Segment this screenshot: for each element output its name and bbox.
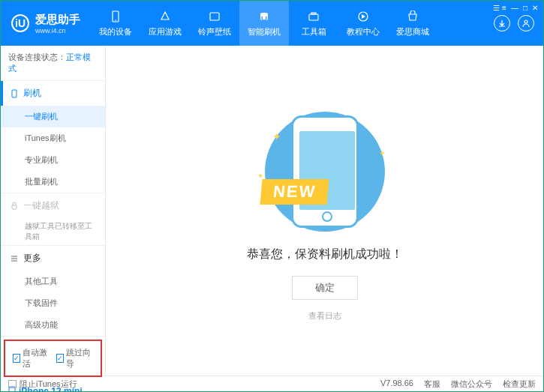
apps-icon xyxy=(158,10,172,23)
logo-area: iU 爱思助手 www.i4.cn xyxy=(1,13,91,34)
sidebar: 设备连接状态：正常模式 刷机 一键刷机 iTunes刷机 专业刷机 批量刷机 一… xyxy=(1,46,106,376)
nav-smart-flash[interactable]: 智能刷机 xyxy=(239,1,289,46)
nav-apps[interactable]: 应用游戏 xyxy=(140,1,190,46)
app-header: ☰ ≡ — □ ✕ iU 爱思助手 www.i4.cn 我的设备 应用游戏 xyxy=(1,1,543,46)
link-update[interactable]: 检查更新 xyxy=(503,379,536,390)
checkbox-auto-activate[interactable]: ✓ 自动激活 xyxy=(13,347,50,370)
section-jailbreak-header[interactable]: 一键越狱 xyxy=(1,193,105,218)
flash-icon xyxy=(257,10,271,23)
new-banner: NEW xyxy=(260,179,329,205)
minimize-icon[interactable]: — xyxy=(511,4,518,12)
svg-rect-2 xyxy=(210,13,219,20)
main-area: 设备连接状态：正常模式 刷机 一键刷机 iTunes刷机 专业刷机 批量刷机 一… xyxy=(1,46,543,376)
sidebar-item-batch-flash[interactable]: 批量刷机 xyxy=(1,171,105,193)
sidebar-item-itunes-flash[interactable]: iTunes刷机 xyxy=(1,127,105,149)
toolbox-icon xyxy=(307,10,320,23)
section-flash-header[interactable]: 刷机 xyxy=(1,81,105,106)
success-message: 恭喜您，保资料刷机成功啦！ xyxy=(247,247,403,262)
svg-rect-4 xyxy=(309,14,318,20)
download-button[interactable] xyxy=(494,15,510,31)
nav-store[interactable]: 爱思商城 xyxy=(388,1,437,46)
logo-icon: iU xyxy=(11,14,29,32)
phone-icon xyxy=(109,10,122,23)
section-more: 更多 其他工具 下载固件 高级功能 xyxy=(1,246,105,337)
link-wechat[interactable]: 微信公众号 xyxy=(451,379,492,390)
check-icon: ✓ xyxy=(56,354,64,363)
connection-status: 设备连接状态：正常模式 xyxy=(1,46,105,81)
sidebar-item-advanced[interactable]: 高级功能 xyxy=(1,314,105,336)
svg-point-7 xyxy=(524,20,527,23)
nav-toolbox[interactable]: 工具箱 xyxy=(289,1,338,46)
main-nav: 我的设备 应用游戏 铃声壁纸 智能刷机 工具箱 xyxy=(91,1,485,46)
list-icon xyxy=(10,254,19,263)
sidebar-item-onekey-flash[interactable]: 一键刷机 xyxy=(1,106,105,127)
maximize-icon[interactable]: □ xyxy=(523,4,527,12)
svg-rect-9 xyxy=(12,205,17,209)
footer-links: V7.98.66 客服 微信公众号 检查更新 xyxy=(380,379,536,390)
checkbox-icon xyxy=(8,380,17,388)
section-more-header[interactable]: 更多 xyxy=(1,246,105,271)
sidebar-item-pro-flash[interactable]: 专业刷机 xyxy=(1,149,105,171)
section-flash: 刷机 一键刷机 iTunes刷机 专业刷机 批量刷机 xyxy=(1,81,105,193)
wallpaper-icon xyxy=(208,10,221,23)
user-button[interactable] xyxy=(518,15,534,31)
version-label: V7.98.66 xyxy=(380,379,413,390)
success-illustration: ✦ ✦ ✦ NEW xyxy=(269,108,381,235)
sidebar-item-other-tools[interactable]: 其他工具 xyxy=(1,271,105,292)
sidebar-item-download-firmware[interactable]: 下载固件 xyxy=(1,292,105,314)
app-title: 爱思助手 xyxy=(35,13,80,27)
header-actions xyxy=(485,15,543,31)
content-area: ✦ ✦ ✦ NEW 恭喜您，保资料刷机成功啦！ 确定 查看日志 xyxy=(106,46,543,376)
phone-icon xyxy=(10,89,19,98)
nav-tutorials[interactable]: 教程中心 xyxy=(338,1,388,46)
jailbreak-info: 越狱工具已转移至工具箱 xyxy=(1,218,105,245)
tutorial-icon xyxy=(356,10,370,23)
menu-icon[interactable]: ☰ ≡ xyxy=(493,4,506,12)
ok-button[interactable]: 确定 xyxy=(292,276,358,300)
link-service[interactable]: 客服 xyxy=(424,379,440,390)
close-icon[interactable]: ✕ xyxy=(532,4,538,12)
svg-rect-5 xyxy=(311,13,316,14)
nav-ringtones[interactable]: 铃声壁纸 xyxy=(190,1,239,46)
section-jailbreak: 一键越狱 越狱工具已转移至工具箱 xyxy=(1,193,105,246)
nav-my-device[interactable]: 我的设备 xyxy=(91,1,140,46)
store-icon xyxy=(406,10,419,23)
view-log-link[interactable]: 查看日志 xyxy=(308,310,341,322)
app-url: www.i4.cn xyxy=(35,27,80,34)
options-row: ✓ 自动激活 ✓ 跳过向导 xyxy=(4,340,102,377)
checkbox-block-itunes[interactable]: 阻止iTunes运行 xyxy=(8,379,77,390)
svg-rect-8 xyxy=(12,90,17,97)
svg-point-1 xyxy=(115,19,116,21)
lock-icon xyxy=(10,202,19,211)
window-controls: ☰ ≡ — □ ✕ xyxy=(493,4,538,12)
checkbox-skip-guide[interactable]: ✓ 跳过向导 xyxy=(56,347,94,370)
check-icon: ✓ xyxy=(13,354,20,363)
